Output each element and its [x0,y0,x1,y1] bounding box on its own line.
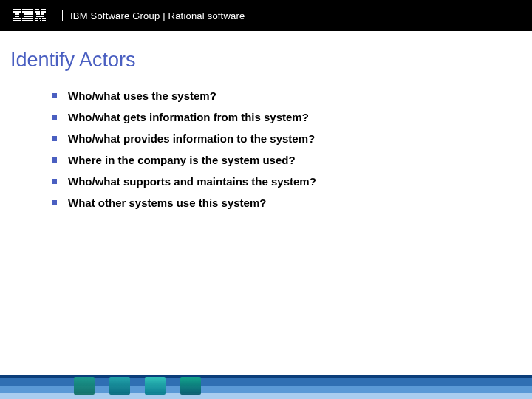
bullet-list: Who/what uses the system? Who/what gets … [52,85,532,214]
svg-rect-3 [15,16,19,17]
svg-rect-21 [42,18,46,19]
svg-rect-2 [15,13,19,15]
list-item: Where in the company is the system used? [52,149,532,171]
svg-rect-23 [40,20,41,21]
footer-icons [74,377,201,395]
list-item: Who/what provides information to the sys… [52,128,532,149]
svg-rect-15 [41,11,46,13]
footer-decorative-icon [109,377,130,395]
svg-rect-14 [35,11,40,13]
svg-rect-20 [39,18,41,19]
svg-rect-19 [35,18,38,19]
svg-rect-7 [22,11,33,13]
svg-rect-1 [13,11,21,13]
svg-rect-5 [13,20,21,21]
slide-header: IBM Software Group | Rational software [0,0,532,31]
svg-rect-16 [36,13,40,15]
footer-decorative-icon [180,377,201,395]
list-item: Who/what gets information from this syst… [52,106,532,128]
svg-rect-22 [35,20,38,21]
list-item: Who/what uses the system? [52,85,532,106]
svg-rect-13 [41,9,46,10]
svg-rect-10 [22,18,33,19]
list-item: Who/what supports and maintains the syst… [52,171,532,192]
svg-rect-18 [36,16,44,17]
slide-footer [0,372,532,399]
svg-rect-8 [24,13,33,15]
svg-rect-12 [35,9,39,10]
footer-decorative-icon [74,377,95,395]
svg-rect-0 [13,9,21,10]
svg-rect-9 [24,16,33,17]
header-divider [62,10,63,21]
svg-rect-24 [42,20,46,21]
svg-rect-6 [22,9,33,10]
slide-title: Identify Actors [10,49,532,72]
svg-rect-17 [41,13,44,15]
ibm-logo-icon [13,9,46,22]
footer-decorative-icon [145,377,166,395]
list-item: What other systems use this system? [52,192,532,214]
svg-rect-4 [13,18,21,19]
svg-rect-11 [22,20,33,21]
header-group-text: IBM Software Group | Rational software [70,10,245,21]
